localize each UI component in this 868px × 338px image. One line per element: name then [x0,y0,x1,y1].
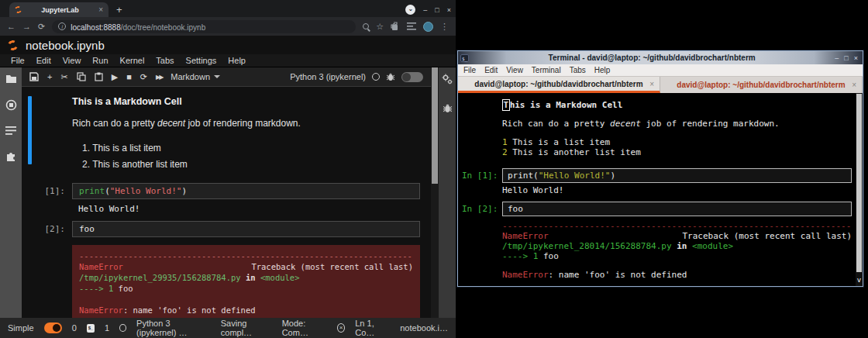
cell-prompt: [2]: [30,221,72,237]
code-input[interactable]: print("Hello World!") [72,183,420,199]
terminal-scrollbar[interactable]: v [856,93,863,286]
simple-mode-label: Simple [8,323,34,333]
jupyter-favicon-icon [14,5,22,14]
scrollbar-thumb[interactable] [432,67,438,184]
error-name: NameError [502,231,549,241]
menu-help[interactable]: Help [228,56,246,65]
nbterm-list-item: 1 This is a list item [462,137,852,147]
forward-icon[interactable]: → [22,22,31,31]
menu-edit[interactable]: Edit [36,56,51,65]
back-icon[interactable]: ← [7,22,16,31]
cut-cell-icon[interactable]: ✂ [60,72,67,82]
extensions-puzzle-icon[interactable] [391,22,400,31]
cell-output: Hello World! [72,199,420,216]
tab-close-icon[interactable]: × [649,80,654,88]
markdown-list-item: 1. This is a list item [82,140,420,157]
terminal-menu-help[interactable]: Help [594,66,611,74]
side-panel-icon[interactable] [407,22,416,30]
terminal-maximize-button[interactable]: □ [844,54,848,62]
browser-tab[interactable]: JupyterLab × [9,2,108,17]
tab-close-icon[interactable]: × [852,81,856,89]
menu-tabs[interactable]: Tabs [156,56,174,65]
new-tab-button[interactable]: + [116,4,122,17]
terminal-minimize-button[interactable]: – [835,54,839,62]
terminal-content[interactable]: This is a Markdown Cell Rich can do a pr… [458,93,863,286]
close-circle-icon[interactable]: × [337,323,346,333]
extension-manager-icon[interactable] [5,150,17,162]
kernel-name-button[interactable]: Python 3 (ipykernel) [290,72,366,81]
menu-kernel[interactable]: Kernel [120,56,145,65]
menu-view[interactable]: View [63,56,81,65]
scrollbar-thumb[interactable] [856,94,862,272]
terminal-menu-edit[interactable]: Edit [484,66,498,74]
address-bar[interactable]: i localhost:8888/doc/tree/notebook.ipynb [52,20,356,33]
traceback-label: Traceback (most recent call last) [251,261,413,272]
markdown-cell[interactable]: This is a Markdown Cell Rich can do a pr… [30,93,420,178]
running-kernels-icon[interactable] [5,99,17,111]
error-name: NameError [79,261,123,272]
terminal-cursor: T [502,99,510,111]
paste-cell-icon[interactable] [95,72,103,81]
copy-cell-icon[interactable] [77,72,86,81]
markdown-paragraph: Rich can do a pretty decent job of rende… [72,118,420,129]
terminal-close-button[interactable]: × [854,54,858,62]
debugger-sidebar-bug-icon[interactable] [443,103,453,113]
nbterm-code-input[interactable]: foo [502,202,852,216]
code-cell-1: [1]: print("Hello World!") Hello World! [30,183,420,216]
add-cell-icon[interactable]: + [47,72,52,81]
nbterm-code-input[interactable]: print("Hello World!") [502,168,852,183]
table-of-contents-icon[interactable] [5,126,16,135]
run-cell-icon[interactable]: ▶ [112,72,118,82]
window-minimize-button[interactable]: – [423,6,427,14]
nbterm-error-traceback: ----------------------------------------… [462,221,852,280]
reload-icon[interactable]: ⟳ [38,22,45,32]
save-icon[interactable] [29,72,39,81]
menu-run[interactable]: Run [92,56,108,65]
terminal-tabbar: david@laptop: ~/github/davidbrochart/nbt… [458,77,863,93]
terminal-tab-active[interactable]: david@laptop: ~/github/davidbrochart/nbt… [458,77,660,93]
error-message: NameError: name 'foo' is not defined [462,270,852,280]
media-controls-button[interactable]: ⌄ [405,5,415,15]
terminal-tab-label: david@laptop: ~/github/davidbrochart/nbt… [474,80,642,88]
debugger-bug-icon[interactable] [386,72,395,81]
menu-settings[interactable]: Settings [186,56,217,65]
profile-avatar[interactable] [423,22,433,32]
traceback-label: Traceback (most recent call last) [682,231,852,241]
kernel-toggle[interactable] [401,72,423,82]
traceback-arrow-line: ----> 1 foo [79,283,413,294]
terminal-menu-view[interactable]: View [506,66,523,74]
left-activity-bar [0,67,22,318]
window-close-button[interactable]: × [447,6,451,14]
interrupt-kernel-icon[interactable]: ■ [126,72,132,81]
menu-file[interactable]: File [11,56,25,65]
traceback-divider: ----------------------------------------… [462,221,852,231]
cell-type-dropdown[interactable]: Markdown [170,72,220,81]
terminal-menu-file[interactable]: File [463,66,476,74]
zoom-icon[interactable] [363,23,369,29]
terminal-menu-tabs[interactable]: Tabs [570,66,586,74]
simple-mode-toggle[interactable] [44,322,62,333]
restart-run-all-icon[interactable]: ▶▶ [156,74,162,81]
bookmark-star-icon[interactable]: ☆ [376,22,384,32]
site-info-icon[interactable]: i [58,22,66,30]
traceback-divider: ----------------------------------------… [79,250,413,261]
cursor-position-status[interactable]: Ln 1, Co… [355,319,390,337]
notebook-scrollbar[interactable] [431,67,439,318]
window-maximize-button[interactable]: □ [435,6,439,14]
tab-close-icon[interactable]: × [98,5,103,14]
browser-menu-icon[interactable]: ⋮ [440,22,449,32]
restart-kernel-icon[interactable]: ⟳ [140,72,147,82]
nbterm-markdown-paragraph: Rich can do a pretty decent job of rende… [462,119,852,129]
terminal-app-icon: $_ [460,54,469,62]
terminal-menu-terminal[interactable]: Terminal [532,66,561,74]
kernel-status-text[interactable]: Python 3 (ipykernel) … [136,319,211,337]
terminals-count: 0 [72,323,77,333]
property-inspector-gears-icon[interactable] [442,74,453,84]
nbterm-list-item: 2 This is another list item [462,147,852,157]
nbterm-code-cell-1: In [1]: print("Hello World!") [462,168,852,183]
terminal-titlebar[interactable]: $_ Terminal - david@laptop: ~/github/dav… [458,51,863,64]
scroll-down-arrow-icon[interactable]: v [856,275,862,285]
file-browser-icon[interactable] [5,74,17,84]
code-input[interactable]: foo [72,221,420,237]
terminal-tab-inactive[interactable]: david@laptop: ~/github/davidbrochart/nbt… [660,77,863,93]
